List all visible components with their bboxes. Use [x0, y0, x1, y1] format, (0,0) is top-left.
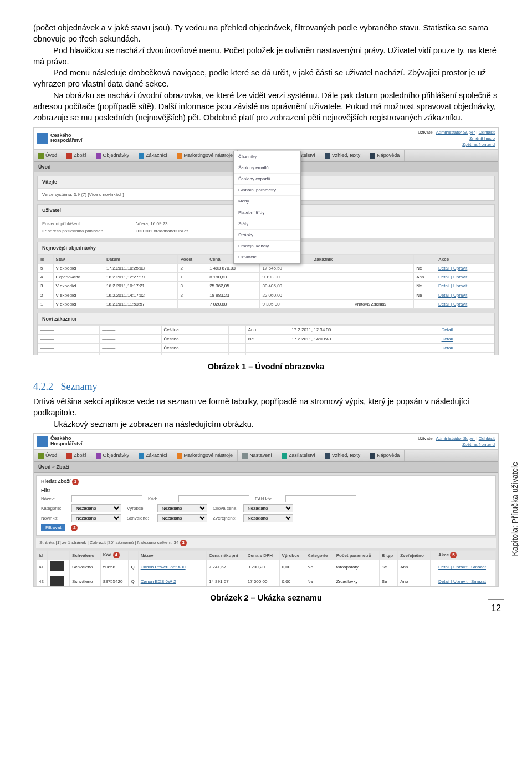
customers-icon: [139, 453, 144, 459]
settings-dropdown: Číselníky Šablony emailů Šablony exportů…: [233, 151, 301, 264]
menu-marketing[interactable]: Marketingové nástroje: [172, 150, 238, 161]
menu-uvod[interactable]: Úvod: [34, 450, 62, 461]
dd-staty[interactable]: Státy: [234, 218, 300, 230]
menu-zbozi[interactable]: Zboží: [62, 450, 91, 461]
row-action-link[interactable]: Detail | Upravit: [438, 293, 467, 298]
row-action-link[interactable]: Detail | Upravit | Smazat: [438, 579, 486, 584]
user-name-link[interactable]: Administrátor Super: [436, 436, 475, 441]
table-cell: 7 020,88: [207, 299, 260, 308]
table-cell: V expedici: [53, 291, 104, 299]
menu-uvod[interactable]: Úvod: [34, 150, 62, 161]
logout-link[interactable]: Odhlásit: [479, 436, 495, 441]
menu-objednavky[interactable]: Objednávky: [91, 150, 135, 161]
table-cell: Canon EOS 6W-2: [138, 574, 206, 587]
dd-global-params[interactable]: Globální parametry: [234, 185, 300, 196]
sel-schvaleno[interactable]: Nezadáno: [157, 514, 207, 522]
sel-vyrobce[interactable]: Nezadáno: [157, 504, 207, 512]
orders-th: Datum: [104, 255, 178, 263]
table-cell: 0,00: [279, 560, 305, 574]
appearance-icon: [325, 453, 330, 459]
filter-button[interactable]: Filtrovat: [41, 524, 65, 531]
menu-zbozi[interactable]: Zboží: [62, 150, 91, 161]
orders-th: Stav: [53, 255, 104, 263]
table-cell: [311, 291, 352, 299]
table-cell: Detail | Upravit: [436, 282, 494, 291]
change-pass-link[interactable]: Změnit heslo: [469, 136, 495, 141]
dd-uzivatele[interactable]: Uživatelé: [234, 252, 300, 263]
dd-payment[interactable]: Platební třídy: [234, 207, 300, 218]
filter-sub: Filtr: [41, 487, 491, 494]
home-icon: [38, 453, 44, 459]
menu-vzhled[interactable]: Vzhled, texty: [320, 450, 366, 461]
table-row: 41Schváleno50656QCanon PowerShot A307 74…: [37, 560, 496, 574]
menu-zasilatelstvi[interactable]: Zasílatelství: [277, 450, 320, 461]
table-cell: ———: [38, 343, 100, 352]
menu-nastaveni[interactable]: Nastavení: [238, 450, 277, 461]
orders-icon: [96, 453, 101, 459]
table-cell: ———: [100, 343, 161, 352]
orders-th: Akce: [436, 255, 494, 263]
menu-objednavky[interactable]: Objednávky: [91, 450, 135, 461]
version-label: Verze systému:: [42, 192, 73, 197]
dd-ciselniky[interactable]: Číselníky: [234, 151, 300, 162]
table-cell: Q: [129, 574, 138, 587]
menu-vzhled[interactable]: Vzhled, texty: [320, 150, 366, 161]
table-cell: 22 060,00: [260, 291, 311, 299]
goods-th: Cena s DPH: [245, 551, 279, 560]
screenshot-2: Českého Hospodářství Uživatel: Administr…: [33, 433, 499, 587]
sel-zverejneno[interactable]: Nezadáno: [243, 514, 293, 522]
table-cell: 9 193,00: [260, 273, 311, 282]
help-icon: [370, 453, 375, 459]
lbl-schvaleno: Schváleno:: [127, 515, 152, 521]
table-cell: Detail | Upravit | Smazat: [436, 560, 496, 574]
row-action-link[interactable]: Detail | Upravit: [438, 266, 467, 271]
dd-stranky[interactable]: Stránky: [234, 230, 300, 241]
back-frontend-link[interactable]: Zpět na frontend: [462, 142, 495, 147]
dd-email-templates[interactable]: Šablony emailů: [234, 162, 300, 174]
row-action-link[interactable]: Detail: [442, 345, 453, 350]
sel-cena[interactable]: Nezadáno: [243, 504, 293, 512]
table-cell: [352, 263, 414, 272]
row-action-link[interactable]: Detail | Upravit: [438, 302, 467, 307]
table-cell: Detail | Upravit: [436, 291, 494, 299]
logout-link[interactable]: Odhlásit: [479, 130, 495, 135]
table-cell: [229, 343, 245, 352]
row-action-link[interactable]: Detail | Upravit | Smazat: [438, 565, 486, 570]
menu-marketing[interactable]: Marketingové nástroje: [172, 450, 238, 461]
dd-export-templates[interactable]: Šablony exportů: [234, 174, 300, 185]
page-number: 12: [488, 599, 504, 617]
section-number: 4.2.2: [33, 381, 53, 392]
row-action-link[interactable]: Detail: [442, 327, 453, 332]
table-cell: 9 200,20: [245, 560, 279, 574]
sel-novinka[interactable]: Nezadáno: [71, 514, 121, 522]
row-action-link[interactable]: Detail | Upravit: [438, 274, 467, 279]
menu-zakaznici[interactable]: Zákazníci: [134, 150, 172, 161]
table-cell: 16.2.2011,12:27:19: [104, 273, 178, 282]
last-ip-value: 333.301.broadband3.iol.cz: [136, 228, 188, 234]
pager-text: Stránka [1] ze 1 stránek | Zobrazit [30]…: [39, 540, 178, 545]
menu-label: Zboží: [74, 452, 86, 459]
back-frontend-link[interactable]: Zpět na frontend: [462, 442, 495, 447]
section-title: Seznamy: [61, 381, 98, 392]
row-action-link[interactable]: Detail: [442, 354, 453, 355]
product-name-link[interactable]: Canon EOS 6W-2: [141, 579, 176, 584]
table-row: ——————ČeštinaDetail: [38, 343, 494, 352]
row-action-link[interactable]: Detail: [442, 337, 453, 342]
table-cell: Čeština: [161, 326, 229, 334]
menu-zakaznici[interactable]: Zákazníci: [134, 450, 172, 461]
filter-panel: Hledat Zboží 1 Filtr Název: Kód: EAN kód…: [36, 475, 496, 536]
dd-meny[interactable]: Měny: [234, 196, 300, 207]
input-ean[interactable]: [285, 495, 356, 502]
goods-th: Id: [37, 551, 48, 560]
dd-kanaly[interactable]: Prodejní kanály: [234, 241, 300, 252]
table-cell: Čeština: [161, 334, 229, 343]
row-action-link[interactable]: Detail | Upravit: [438, 283, 467, 288]
product-name-link[interactable]: Canon PowerShot A30: [141, 565, 186, 570]
table-cell: Detail: [439, 326, 494, 334]
user-name-link[interactable]: Administrátor Super: [436, 130, 475, 135]
input-kod[interactable]: [178, 495, 249, 502]
input-nazev[interactable]: [71, 495, 142, 502]
menu-napoveda[interactable]: Nápověda: [365, 150, 405, 161]
sel-kategorie[interactable]: Nezadáno: [71, 504, 121, 512]
menu-napoveda[interactable]: Nápověda: [365, 450, 405, 461]
